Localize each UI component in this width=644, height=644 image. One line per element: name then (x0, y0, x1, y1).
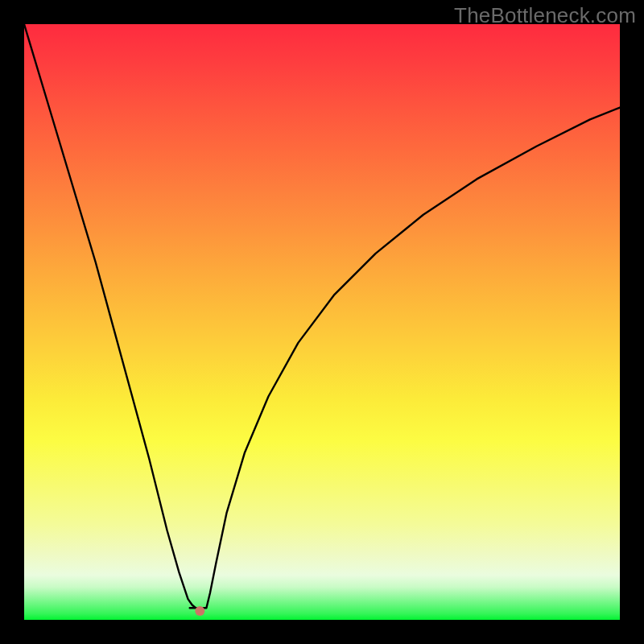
chart-frame: TheBottleneck.com (0, 0, 644, 644)
bottleneck-curve (24, 24, 620, 620)
curve-path (24, 24, 620, 608)
watermark-text: TheBottleneck.com (454, 3, 636, 28)
plot-area (24, 24, 620, 620)
minimum-marker (195, 606, 204, 616)
